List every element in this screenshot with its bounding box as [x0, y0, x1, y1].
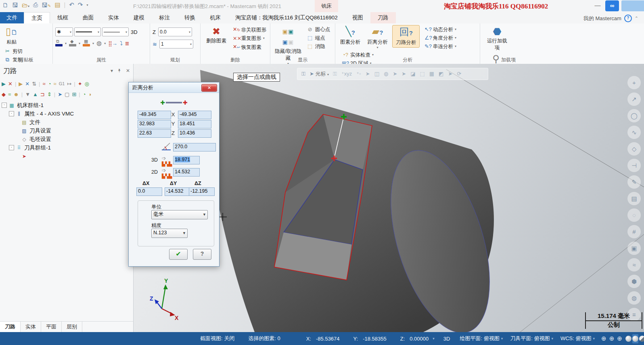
selection-tool-icon[interactable]: ⚿: [333, 71, 337, 77]
angle-field[interactable]: 270.0: [173, 143, 216, 151]
delete-duplicates-button[interactable]: ⨯⨯重复图形▾: [233, 35, 267, 42]
translucent-display-icon[interactable]: [639, 334, 644, 343]
quick-draw-icon[interactable]: ◌: [627, 208, 641, 222]
panel-toolbar-icon[interactable]: ≈: [54, 81, 56, 87]
delta-x-field[interactable]: 0.0: [136, 187, 162, 196]
selection-tool-icon[interactable]: ▦: [429, 71, 434, 77]
tree-tool-group-1[interactable]: -⠿刀具群组-1: [2, 143, 132, 152]
selection-tool-icon[interactable]: ⟳: [457, 71, 461, 77]
selection-tool-icon[interactable]: ◍: [384, 71, 388, 77]
panel-pin-icon[interactable]: 🖈: [117, 68, 122, 74]
cut-button[interactable]: ✂剪切: [4, 48, 33, 55]
quick-draw-icon[interactable]: ▤: [627, 192, 641, 205]
tree-expand-icon[interactable]: -: [9, 111, 14, 116]
wcs-caret-icon[interactable]: ▾: [593, 337, 595, 341]
point2-x-field[interactable]: -49.345: [178, 111, 211, 119]
tab-drafting[interactable]: 标注: [152, 12, 177, 23]
analyze-toolpath-button[interactable]: 回? 刀路分析: [392, 25, 420, 48]
selection-tool-icon[interactable]: ➤: [393, 71, 397, 77]
tab-model-prep[interactable]: 建模: [126, 12, 152, 23]
tab-solids[interactable]: 实体: [101, 12, 126, 23]
quick-draw-icon[interactable]: ↗: [627, 93, 641, 106]
line-style-combo[interactable]: ▾: [74, 27, 101, 36]
selection-tool-icon[interactable]: ◪: [410, 71, 415, 77]
tab-taobao[interactable]: 淘宝店铺：我淘我乐116 刘工QQ86116902: [228, 12, 345, 23]
selection-tool-icon[interactable]: ➤: [366, 71, 370, 77]
selection-tool-icon[interactable]: ◩: [439, 71, 443, 77]
quick-draw-icon[interactable]: ▣: [627, 242, 641, 255]
coords-caret-icon[interactable]: ▾: [433, 337, 435, 341]
tplane-status[interactable]: 刀具平面: 俯视图: [510, 335, 550, 342]
level-input[interactable]: 1▾: [159, 40, 193, 48]
point2-y-field[interactable]: 18.451: [178, 120, 211, 128]
wireframe-color-chip[interactable]: ⧉: [55, 40, 63, 46]
panel-toolbar-icon[interactable]: G1: [59, 81, 65, 86]
undo-icon[interactable]: ↶: [69, 1, 74, 8]
quick-draw-icon[interactable]: ◍: [627, 291, 641, 305]
restore-entity-button[interactable]: ✕↩恢复图素: [233, 43, 267, 51]
endpoints-button[interactable]: ⬚端点: [307, 34, 330, 42]
paste-button[interactable]: ▯🗋 粘贴: [2, 25, 21, 47]
tree-expand-icon[interactable]: -: [2, 103, 7, 108]
analyze-entity-button[interactable]: ╲? 图素分析: [338, 25, 363, 47]
open-file-icon[interactable]: 🗁▾: [22, 2, 29, 8]
chain-analysis-button[interactable]: ✎?串连分析▾: [424, 43, 456, 50]
panel-toolbar-icon[interactable]: ▢: [65, 91, 69, 97]
redo-icon[interactable]: ↷: [78, 1, 83, 8]
delta-y-field[interactable]: -14.532: [165, 187, 190, 196]
tplane-caret-icon[interactable]: ▾: [551, 337, 553, 341]
selection-tool-icon[interactable]: ⁺◦: [356, 71, 361, 77]
solid-color-chip[interactable]: ◆: [69, 40, 76, 46]
panel-toolbar-icon[interactable]: ≈: [43, 81, 46, 87]
tree-stock-setup[interactable]: ◇毛坯设置: [2, 135, 132, 143]
quick-draw-icon[interactable]: ✎: [627, 175, 641, 189]
cplane-status[interactable]: 绘图平面: 俯视图: [460, 335, 499, 342]
shaded-display-icon[interactable]: [625, 334, 631, 343]
panel-tab-toolpaths[interactable]: 刀路: [0, 322, 21, 332]
panel-toolbar-icon[interactable]: ◆: [2, 91, 6, 97]
corner-app-button[interactable]: [621, 0, 644, 11]
units-select[interactable]: 毫米▼: [151, 210, 208, 219]
minimize-button[interactable]: —: [592, 1, 603, 11]
panel-toolbar-icon[interactable]: ✦: [78, 81, 82, 87]
delete-entity-button[interactable]: ✖ 删除图素: [203, 25, 230, 46]
dialog-close-button[interactable]: ✕: [201, 84, 217, 92]
dynamic-analysis-button[interactable]: ↖?动态分析▾: [424, 26, 456, 33]
selection-tool-icon[interactable]: ⬚: [420, 71, 424, 77]
ribbon-collapse-icon[interactable]: ⌃: [635, 16, 638, 21]
point1-y-field[interactable]: 32.983: [138, 120, 171, 128]
quick-draw-icon[interactable]: ◇: [627, 142, 641, 156]
panel-toolbar-icon[interactable]: ⊐: [40, 91, 45, 97]
z-depth-input[interactable]: 0.0▾: [158, 27, 192, 36]
line-width-combo[interactable]: ▾: [102, 27, 129, 36]
delete-non-assoc-button[interactable]: ✕↻非关联图形: [233, 26, 267, 34]
panel-toolbar-icon[interactable]: ▶: [2, 81, 6, 87]
tree-machine-group-1[interactable]: -▦机床群组-1: [2, 101, 132, 109]
help-button[interactable]: ?: [193, 249, 211, 260]
tab-machine[interactable]: 机床: [203, 12, 228, 23]
tab-wireframe[interactable]: 线框: [50, 12, 75, 23]
match-attributes-icon[interactable]: ⤵: [120, 40, 123, 46]
tree-insert-marker[interactable]: ➤: [2, 152, 132, 160]
wireframe-display-icon[interactable]: ⊕: [601, 335, 606, 342]
analyze-distance-button[interactable]: ▰? 距离分析▾: [364, 25, 391, 50]
quick-draw-icon[interactable]: ◯: [627, 109, 641, 122]
quick-draw-icon[interactable]: #: [627, 225, 641, 238]
selection-tool-icon[interactable]: ➤: [448, 71, 452, 77]
panel-close-icon[interactable]: ✕: [126, 68, 130, 74]
panel-toolbar-icon[interactable]: ⇕: [47, 91, 52, 97]
selection-tool-icon[interactable]: ◫: [374, 71, 379, 77]
selection-tool-icon[interactable]: ⁺xyz: [341, 71, 352, 77]
material-sphere-icon[interactable]: ◍: [96, 40, 102, 47]
tab-transform[interactable]: 转换: [177, 12, 203, 23]
precision-select[interactable]: N.123▼: [151, 229, 188, 238]
angle-analysis-button[interactable]: ∠?角度分析▾: [424, 34, 456, 42]
save-as-icon[interactable]: 🖫✎: [42, 2, 51, 8]
distance-2d-field[interactable]: 14.532: [173, 168, 200, 177]
point2-z-field[interactable]: 10.436: [178, 129, 211, 138]
wcs-status[interactable]: WCS: 俯视图: [560, 335, 592, 342]
quick-draw-icon[interactable]: ⊣: [627, 159, 641, 172]
panel-toolbar-icon[interactable]: ▲: [33, 91, 38, 97]
no-hidden-display-icon[interactable]: ⊕: [617, 335, 622, 342]
run-addin-button[interactable]: ⬣ 运行加载项: [483, 25, 512, 53]
